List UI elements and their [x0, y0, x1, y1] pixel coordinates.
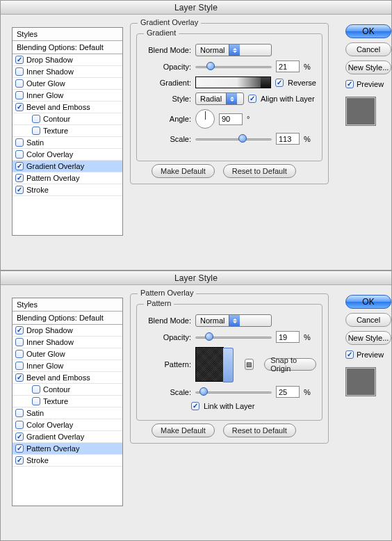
style-checkbox[interactable]	[15, 91, 24, 99]
style-row-outer-glow[interactable]: Outer Glow	[13, 78, 122, 90]
style-checkbox[interactable]	[15, 433, 24, 441]
blending-options[interactable]: Blending Options: Default	[13, 41, 122, 54]
style-checkbox[interactable]	[15, 444, 24, 453]
opacity-input[interactable]	[276, 60, 300, 72]
blending-options[interactable]: Blending Options: Default	[13, 312, 122, 325]
scale-input[interactable]	[276, 133, 300, 145]
style-row-bevel-and-emboss[interactable]: Bevel and Emboss	[13, 102, 122, 113]
style-checkbox[interactable]	[15, 150, 24, 159]
style-row-inner-shadow[interactable]: Inner Shadow	[13, 66, 122, 78]
scale-label: Scale:	[142, 388, 191, 396]
scale-input[interactable]	[276, 386, 300, 398]
preview-checkbox[interactable]	[345, 350, 354, 359]
gradient-overlay-group: Gradient Overlay Gradient Blend Mode: No…	[130, 23, 329, 184]
styles-header[interactable]: Styles	[13, 28, 122, 41]
snap-to-origin-button[interactable]: Snap to Origin	[264, 358, 316, 371]
style-checkbox[interactable]	[15, 421, 24, 429]
right-button-column: OK Cancel New Style... Preview	[345, 24, 391, 126]
reset-default-button[interactable]: Reset to Default	[223, 423, 296, 437]
style-row-gradient-overlay[interactable]: Gradient Overlay	[13, 161, 122, 172]
style-checkbox[interactable]	[15, 326, 24, 334]
style-checkbox[interactable]	[15, 456, 24, 465]
style-checkbox[interactable]	[15, 162, 24, 170]
ok-button[interactable]: OK	[345, 24, 391, 38]
style-row-outer-glow[interactable]: Outer Glow	[13, 348, 122, 360]
style-checkbox[interactable]	[15, 56, 24, 64]
reverse-label: Reverse	[288, 79, 316, 87]
style-label: Color Overlay	[26, 150, 73, 159]
style-row-drop-shadow[interactable]: Drop Shadow	[13, 325, 122, 337]
style-row-gradient-overlay[interactable]: Gradient Overlay	[13, 431, 122, 443]
style-row-contour[interactable]: Contour	[13, 384, 122, 396]
angle-dial[interactable]	[195, 109, 215, 129]
style-row-pattern-overlay[interactable]: Pattern Overlay	[13, 443, 122, 455]
style-row-satin[interactable]: Satin	[13, 137, 122, 149]
make-default-button[interactable]: Make Default	[152, 164, 215, 178]
style-checkbox[interactable]	[32, 127, 40, 135]
style-checkbox[interactable]	[15, 174, 24, 182]
style-row-contour[interactable]: Contour	[13, 113, 122, 125]
preview-checkbox[interactable]	[345, 80, 354, 88]
reset-default-button[interactable]: Reset to Default	[223, 164, 296, 178]
style-checkbox[interactable]	[15, 350, 24, 358]
style-row-color-overlay[interactable]: Color Overlay	[13, 419, 122, 431]
style-label: Color Overlay	[26, 421, 73, 429]
link-with-layer-label: Link with Layer	[204, 402, 254, 410]
style-row-satin[interactable]: Satin	[13, 407, 122, 419]
style-label: Bevel and Emboss	[26, 103, 90, 111]
style-row-inner-glow[interactable]: Inner Glow	[13, 360, 122, 372]
style-label: Texture	[43, 127, 68, 135]
cancel-button[interactable]: Cancel	[345, 42, 391, 56]
style-row-inner-glow[interactable]: Inner Glow	[13, 90, 122, 102]
new-style-button[interactable]: New Style...	[345, 331, 391, 345]
align-label: Align with Layer	[261, 95, 315, 103]
styles-header[interactable]: Styles	[13, 298, 122, 312]
blend-mode-label: Blend Mode:	[142, 316, 191, 325]
gradient-picker[interactable]	[195, 76, 271, 88]
new-style-button[interactable]: New Style...	[345, 60, 391, 74]
new-preset-icon[interactable]: ▧	[245, 359, 254, 370]
layer-style-dialog-pattern: Layer Style Styles Blending Options: Def…	[0, 270, 392, 541]
pattern-picker[interactable]	[195, 347, 224, 382]
style-row-bevel-and-emboss[interactable]: Bevel and Emboss	[13, 372, 122, 384]
style-checkbox[interactable]	[15, 186, 24, 194]
style-checkbox[interactable]	[15, 138, 24, 147]
style-checkbox[interactable]	[15, 409, 24, 417]
style-row-stroke[interactable]: Stroke	[13, 455, 122, 467]
style-checkbox[interactable]	[15, 338, 24, 346]
style-checkbox[interactable]	[32, 397, 40, 405]
style-row-texture[interactable]: Texture	[13, 125, 122, 137]
style-row-inner-shadow[interactable]: Inner Shadow	[13, 337, 122, 348]
style-row-stroke[interactable]: Stroke	[13, 184, 122, 196]
style-row-color-overlay[interactable]: Color Overlay	[13, 149, 122, 161]
scale-slider[interactable]	[195, 134, 272, 144]
blend-mode-select[interactable]: Normal	[195, 314, 272, 327]
style-checkbox[interactable]	[15, 103, 24, 111]
cancel-button[interactable]: Cancel	[345, 313, 391, 327]
style-checkbox[interactable]	[15, 362, 24, 370]
style-select[interactable]: Radial	[195, 92, 244, 105]
opacity-slider[interactable]	[195, 62, 272, 72]
percent-unit: %	[304, 333, 311, 341]
link-with-layer-checkbox[interactable]	[191, 402, 199, 410]
angle-input[interactable]	[219, 113, 243, 125]
style-label: Inner Shadow	[26, 67, 74, 76]
ok-button[interactable]: OK	[345, 295, 391, 309]
percent-unit: %	[304, 63, 311, 71]
style-row-pattern-overlay[interactable]: Pattern Overlay	[13, 172, 122, 184]
style-row-texture[interactable]: Texture	[13, 396, 122, 407]
scale-slider[interactable]	[195, 387, 272, 397]
style-label: Stroke	[26, 186, 49, 194]
style-checkbox[interactable]	[32, 385, 40, 394]
style-checkbox[interactable]	[15, 79, 24, 88]
reverse-checkbox[interactable]	[275, 79, 284, 87]
style-checkbox[interactable]	[15, 373, 24, 382]
style-row-drop-shadow[interactable]: Drop Shadow	[13, 54, 122, 66]
style-checkbox[interactable]	[32, 115, 40, 123]
make-default-button[interactable]: Make Default	[152, 423, 215, 437]
blend-mode-select[interactable]: Normal	[195, 44, 272, 56]
align-checkbox[interactable]	[248, 95, 256, 103]
style-checkbox[interactable]	[15, 67, 24, 76]
opacity-input[interactable]	[276, 331, 300, 343]
opacity-slider[interactable]	[195, 332, 272, 342]
